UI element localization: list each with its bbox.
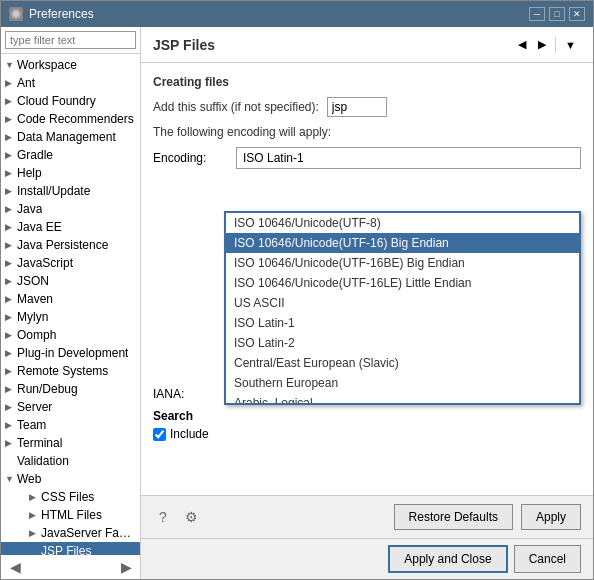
sidebar-item-code-recommenders[interactable]: ▶Code Recommenders — [1, 110, 140, 128]
sidebar-item-validation[interactable]: Validation — [1, 452, 140, 470]
sidebar-item-css-files[interactable]: ▶CSS Files — [1, 488, 140, 506]
sidebar-item-json[interactable]: ▶JSON — [1, 272, 140, 290]
suffix-row: Add this suffix (if not specified): — [153, 97, 581, 117]
apply-button[interactable]: Apply — [521, 504, 581, 530]
dialog-buttons-bar: Apply and Close Cancel — [141, 538, 593, 579]
bottom-bar-left: ? ⚙ — [153, 507, 386, 527]
sidebar-scroll-arrows: ◀ ▶ — [1, 555, 140, 579]
preferences-window: Preferences ─ □ ✕ ▼Workspace▶Ant▶Cloud F… — [0, 0, 594, 580]
encoding-description: The following encoding will apply: — [153, 125, 581, 139]
sidebar-item-install-update[interactable]: ▶Install/Update — [1, 182, 140, 200]
sidebar-item-mylyn[interactable]: ▶Mylyn — [1, 308, 140, 326]
tree-arrow: ▶ — [5, 258, 17, 268]
tree-arrow: ▶ — [5, 438, 17, 448]
tree-arrow: ▶ — [5, 114, 17, 124]
minimize-button[interactable]: ─ — [529, 7, 545, 21]
dropdown-item-southern-eu[interactable]: Southern European — [226, 373, 579, 393]
sidebar-item-label: Plug-in Development — [17, 346, 128, 360]
sidebar-item-cloud-foundry[interactable]: ▶Cloud Foundry — [1, 92, 140, 110]
dropdown-item-utf8[interactable]: ISO 10646/Unicode(UTF-8) — [226, 213, 579, 233]
sidebar-item-remote-systems[interactable]: ▶Remote Systems — [1, 362, 140, 380]
sidebar-item-server[interactable]: ▶Server — [1, 398, 140, 416]
dropdown-item-utf16be[interactable]: ISO 10646/Unicode(UTF-16) Big Endian — [226, 233, 579, 253]
sidebar-item-label: Maven — [17, 292, 53, 306]
search-label: Search — [153, 409, 581, 423]
scroll-left-button[interactable]: ◀ — [5, 557, 25, 577]
dropdown-scroll: ISO 10646/Unicode(UTF-8)ISO 10646/Unicod… — [226, 213, 579, 403]
dropdown-item-utf16le[interactable]: ISO 10646/Unicode(UTF-16LE) Little Endia… — [226, 273, 579, 293]
sidebar-item-terminal[interactable]: ▶Terminal — [1, 434, 140, 452]
encoding-dropdown[interactable]: ISO 10646/Unicode(UTF-8)ISO 10646/Unicod… — [224, 211, 581, 405]
sidebar-item-jsp-files[interactable]: JSP Files — [1, 542, 140, 555]
encoding-row: Encoding: ISO Latin-1 — [153, 147, 581, 169]
iana-label: IANA: — [153, 385, 228, 401]
dropdown-item-iso-latin-1[interactable]: ISO Latin-1 — [226, 313, 579, 333]
sidebar-item-oomph[interactable]: ▶Oomph — [1, 326, 140, 344]
suffix-input[interactable] — [327, 97, 387, 117]
filter-input[interactable] — [5, 31, 136, 49]
sidebar-item-help[interactable]: ▶Help — [1, 164, 140, 182]
suffix-label: Add this suffix (if not specified): — [153, 100, 319, 114]
right-panel: JSP Files ◀ ▶ ▼ Creating files Add this … — [141, 27, 593, 579]
dropdown-item-central-east[interactable]: Central/East European (Slavic) — [226, 353, 579, 373]
svg-point-1 — [13, 11, 19, 17]
creating-files-section: Creating files — [153, 75, 581, 89]
close-button[interactable]: ✕ — [569, 7, 585, 21]
sidebar-item-html-files[interactable]: ▶HTML Files — [1, 506, 140, 524]
settings-button[interactable]: ⚙ — [181, 507, 201, 527]
sidebar-item-label: Team — [17, 418, 46, 432]
restore-defaults-button[interactable]: Restore Defaults — [394, 504, 513, 530]
window-controls: ─ □ ✕ — [529, 7, 585, 21]
tree-arrow: ▶ — [5, 420, 17, 430]
dropdown-item-arabic-logical[interactable]: Arabic, Logical — [226, 393, 579, 403]
dropdown-item-iso-latin-2[interactable]: ISO Latin-2 — [226, 333, 579, 353]
sidebar-item-label: Mylyn — [17, 310, 48, 324]
dropdown-item-us-ascii[interactable]: US ASCII — [226, 293, 579, 313]
tree-arrow: ▶ — [5, 384, 17, 394]
apply-and-close-button[interactable]: Apply and Close — [388, 545, 507, 573]
sidebar-item-jsf[interactable]: ▶JavaServer Faces 1 — [1, 524, 140, 542]
panel-title: JSP Files — [153, 37, 215, 53]
tree-arrow: ▶ — [5, 186, 17, 196]
back-button[interactable]: ◀ — [513, 35, 531, 54]
sidebar-item-label: Data Management — [17, 130, 116, 144]
sidebar-item-plug-in-dev[interactable]: ▶Plug-in Development — [1, 344, 140, 362]
sidebar-item-web[interactable]: ▼Web — [1, 470, 140, 488]
tree-arrow: ▶ — [5, 96, 17, 106]
panel-header: JSP Files ◀ ▶ ▼ — [141, 27, 593, 63]
scroll-right-button[interactable]: ▶ — [116, 557, 136, 577]
tree-arrow: ▶ — [5, 240, 17, 250]
sidebar-item-label: Gradle — [17, 148, 53, 162]
sidebar-item-data-management[interactable]: ▶Data Management — [1, 128, 140, 146]
sidebar-item-ant[interactable]: ▶Ant — [1, 74, 140, 92]
sidebar-item-java[interactable]: ▶Java — [1, 200, 140, 218]
forward-button[interactable]: ▶ — [533, 35, 551, 54]
sidebar-tree: ▼Workspace▶Ant▶Cloud Foundry▶Code Recomm… — [1, 54, 140, 555]
encoding-select[interactable]: ISO Latin-1 — [236, 147, 581, 169]
sidebar-item-javascript[interactable]: ▶JavaScript — [1, 254, 140, 272]
sidebar-item-label: Java — [17, 202, 42, 216]
sidebar-item-java-persistence[interactable]: ▶Java Persistence — [1, 236, 140, 254]
dropdown-item-utf16be2[interactable]: ISO 10646/Unicode(UTF-16BE) Big Endian — [226, 253, 579, 273]
sidebar-item-label: Validation — [17, 454, 69, 468]
help-button[interactable]: ? — [153, 507, 173, 527]
sidebar-item-run-debug[interactable]: ▶Run/Debug — [1, 380, 140, 398]
tree-arrow: ▼ — [5, 60, 17, 70]
cancel-button[interactable]: Cancel — [514, 545, 581, 573]
tree-arrow: ▶ — [5, 168, 17, 178]
tree-arrow: ▶ — [5, 366, 17, 376]
sidebar-item-maven[interactable]: ▶Maven — [1, 290, 140, 308]
sidebar-item-gradle[interactable]: ▶Gradle — [1, 146, 140, 164]
tree-arrow: ▶ — [5, 348, 17, 358]
sidebar-item-workspace[interactable]: ▼Workspace — [1, 56, 140, 74]
sidebar-item-label: Workspace — [17, 58, 77, 72]
toolbar-menu-button[interactable]: ▼ — [560, 36, 581, 54]
tree-arrow: ▶ — [29, 510, 41, 520]
sidebar-item-team[interactable]: ▶Team — [1, 416, 140, 434]
sidebar-item-label: Terminal — [17, 436, 62, 450]
panel-toolbar: ◀ ▶ ▼ — [513, 35, 581, 54]
encoding-label: Encoding: — [153, 151, 228, 165]
sidebar-item-java-ee[interactable]: ▶Java EE — [1, 218, 140, 236]
maximize-button[interactable]: □ — [549, 7, 565, 21]
include-checkbox[interactable] — [153, 428, 166, 441]
